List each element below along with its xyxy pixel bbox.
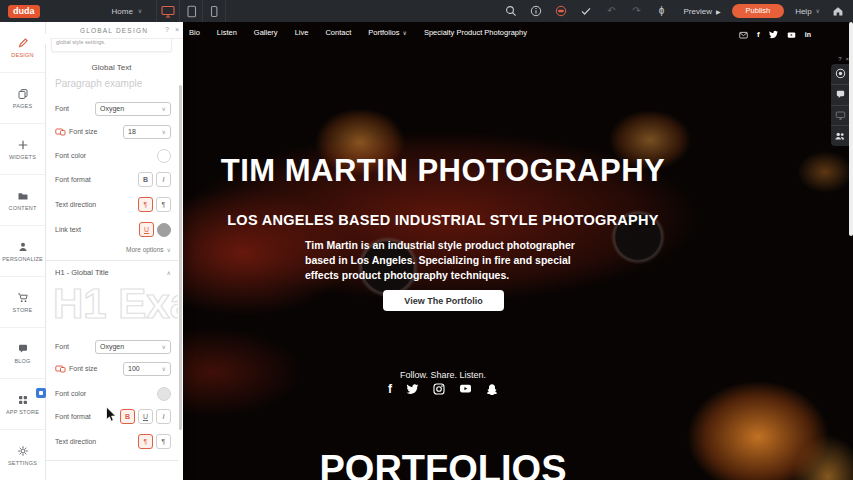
search-icon xyxy=(505,5,517,17)
topbar-actions: ↶ ↷ ɸ Preview ▶ Publish Help ∨ xyxy=(504,4,845,18)
chevron-down-icon: ∨ xyxy=(162,129,166,135)
linkedin-icon[interactable]: in xyxy=(805,31,811,38)
undo-button[interactable]: ↶ xyxy=(604,4,618,18)
nav-item-listen[interactable]: Listen xyxy=(217,28,237,37)
portfolios-section-title[interactable]: PORTFOLIOS xyxy=(183,448,703,480)
publish-button[interactable]: Publish xyxy=(732,4,785,18)
hero-description[interactable]: Tim Martin is an industrial style produc… xyxy=(305,238,575,284)
pages-icon xyxy=(17,88,29,100)
view-portfolio-button[interactable]: View The Portfolio xyxy=(383,290,504,311)
link-underline-button[interactable]: U xyxy=(139,222,154,237)
link-text-row: Link text U xyxy=(55,222,171,237)
youtube-icon[interactable] xyxy=(459,383,472,395)
h1-font-value: Oxygen xyxy=(100,343,124,350)
hero-subtitle[interactable]: LOS ANGELES BASED INDUSTRIAL STYLE PHOTO… xyxy=(183,212,703,228)
nav-item-specialty[interactable]: Specialty Product Photography xyxy=(424,28,527,37)
comment-icon xyxy=(835,89,846,100)
preview-scrollbar-thumb[interactable] xyxy=(849,22,853,236)
dev-mode-button[interactable]: ɸ xyxy=(654,4,668,18)
info-button[interactable] xyxy=(529,4,543,18)
instagram-icon[interactable] xyxy=(433,383,445,395)
youtube-icon[interactable] xyxy=(787,31,796,39)
record-button[interactable] xyxy=(831,64,849,85)
cart-icon xyxy=(17,292,29,304)
hero-title[interactable]: TIM MARTIN PHOTOGRAPHY xyxy=(183,154,703,188)
duda-logo[interactable]: duda xyxy=(8,5,40,18)
page-selector[interactable]: Home ∨ xyxy=(112,7,143,16)
more-options-link[interactable]: More options ∨ xyxy=(126,246,171,253)
panel-close-button[interactable]: × xyxy=(175,26,179,33)
sidebar-item-app-store[interactable]: APP STORE xyxy=(0,379,45,430)
sidebar-item-design[interactable]: DESIGN xyxy=(0,22,45,73)
redo-icon: ↷ xyxy=(632,6,640,16)
preview-label: Preview xyxy=(683,7,711,16)
italic-button[interactable]: I xyxy=(156,172,171,187)
font-select[interactable]: Oxygen ∨ xyxy=(95,102,171,116)
sidebar-item-settings[interactable]: SETTINGS xyxy=(0,430,45,480)
comment-button[interactable] xyxy=(831,85,849,106)
pilcrow-ltr-icon: ¶ xyxy=(144,201,148,208)
nav-social-icons: f in xyxy=(739,30,811,39)
site-canvas[interactable]: Bio Listen Gallery Live Contact Portfoli… xyxy=(183,22,853,480)
nav-item-portfolios[interactable]: Portfolios ∨ xyxy=(368,28,407,37)
dashboard-home-button[interactable] xyxy=(831,4,845,18)
sidebar-item-personalize[interactable]: PERSONALIZE xyxy=(0,226,45,277)
font-color-swatch[interactable] xyxy=(157,149,171,163)
email-icon[interactable] xyxy=(739,31,748,39)
sidebar-item-content[interactable]: CONTENT xyxy=(0,175,45,226)
direction-rtl-button[interactable]: ¶ xyxy=(156,197,171,212)
bold-button[interactable]: B xyxy=(138,172,153,187)
panel-scrollbar[interactable] xyxy=(179,85,182,430)
editor-topbar: duda Home ∨ xyxy=(0,0,853,22)
h1-bold-button[interactable]: B xyxy=(120,409,135,424)
h1-italic-button[interactable]: I xyxy=(156,409,171,424)
chevron-down-icon: ∨ xyxy=(403,30,407,36)
snapchat-icon[interactable] xyxy=(486,383,498,395)
desktop-view-button[interactable] xyxy=(157,0,179,22)
twitter-icon[interactable] xyxy=(406,383,419,395)
chevron-down-icon: ∨ xyxy=(816,8,820,14)
twitter-icon[interactable] xyxy=(769,30,778,39)
nav-item-gallery[interactable]: Gallery xyxy=(254,28,278,37)
sidebar-item-blog[interactable]: BLOG xyxy=(0,328,45,379)
tablet-view-button[interactable] xyxy=(180,0,202,22)
search-button[interactable] xyxy=(504,4,518,18)
h1-font-color-swatch[interactable] xyxy=(157,387,171,401)
h1-font-size-label: Font size xyxy=(55,365,97,373)
participants-button[interactable] xyxy=(831,126,849,146)
h1-direction-ltr-button[interactable]: ¶ xyxy=(138,434,153,449)
h1-font-select[interactable]: Oxygen ∨ xyxy=(95,340,171,354)
home-icon xyxy=(832,5,844,17)
h1-section-header[interactable]: H1 - Global Title ∧ xyxy=(55,268,171,277)
mobile-view-button[interactable] xyxy=(203,0,225,22)
overlay-help-button[interactable]: ? xyxy=(838,56,841,62)
h1-underline-button[interactable]: U xyxy=(138,409,153,424)
chevron-down-icon: ∨ xyxy=(162,106,166,112)
facebook-icon[interactable]: f xyxy=(388,383,392,395)
sidebar-item-widgets[interactable]: WIDGETS xyxy=(0,124,45,175)
facebook-icon[interactable]: f xyxy=(757,31,760,39)
assistant-icon xyxy=(555,5,567,17)
assistant-button[interactable] xyxy=(554,4,568,18)
link-color-swatch[interactable] xyxy=(157,223,171,237)
help-menu[interactable]: Help ∨ xyxy=(795,7,820,16)
sidebar-item-label: CONTENT xyxy=(9,205,37,211)
redo-button[interactable]: ↷ xyxy=(629,4,643,18)
sidebar-item-store[interactable]: STORE xyxy=(0,277,45,328)
nav-item-contact[interactable]: Contact xyxy=(325,28,351,37)
screen-share-button[interactable] xyxy=(831,106,849,127)
sidebar-item-pages[interactable]: PAGES xyxy=(0,73,45,124)
h1-font-size-select[interactable]: 100 ∨ xyxy=(123,362,171,376)
direction-ltr-button[interactable]: ¶ xyxy=(138,197,153,212)
h1-direction-rtl-button[interactable]: ¶ xyxy=(156,434,171,449)
font-size-select[interactable]: 18 ∨ xyxy=(123,125,171,139)
hero-section: TIM MARTIN PHOTOGRAPHY LOS ANGELES BASED… xyxy=(183,22,703,480)
panel-help-button[interactable]: ? xyxy=(165,26,169,33)
nav-item-bio[interactable]: Bio xyxy=(189,28,200,37)
preview-button[interactable]: Preview ▶ xyxy=(683,7,720,16)
font-size-label: Font size xyxy=(55,128,97,136)
font-size-value: 18 xyxy=(128,128,136,135)
panel-header: GLOBAL DESIGN ? × xyxy=(45,22,183,39)
saved-check-button[interactable] xyxy=(579,4,593,18)
nav-item-live[interactable]: Live xyxy=(295,28,309,37)
